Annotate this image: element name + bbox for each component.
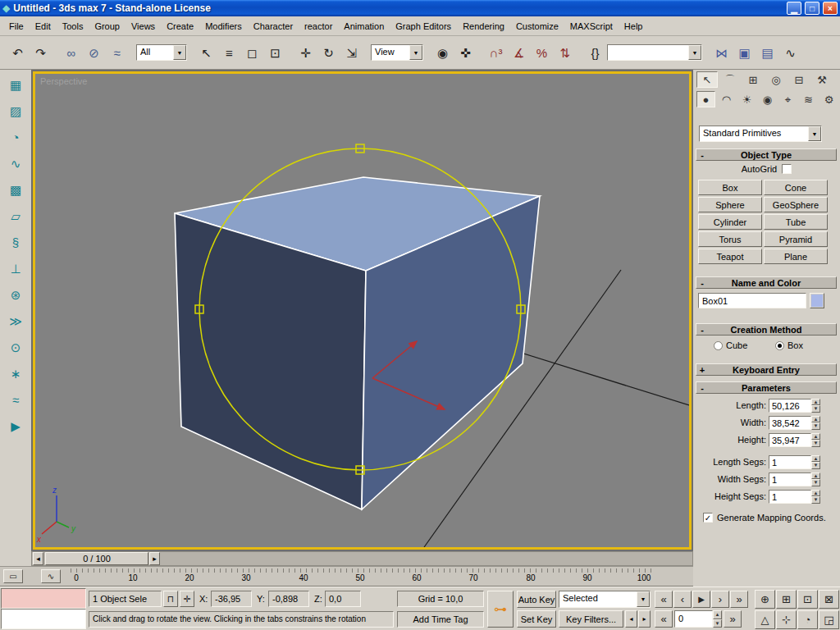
mirror-button[interactable]: ⋈ bbox=[710, 42, 733, 64]
arc-rotate-button[interactable]: ◔ bbox=[797, 610, 818, 629]
height-segs-field[interactable]: 1 bbox=[769, 490, 811, 504]
zoom-button[interactable]: ⊕ bbox=[755, 590, 775, 609]
width-segs-field[interactable]: 1 bbox=[769, 472, 811, 486]
object-type-pyramid-button[interactable]: Pyramid bbox=[764, 231, 828, 247]
length-spinner[interactable]: ▲▼ bbox=[811, 399, 820, 413]
menu-character[interactable]: Character bbox=[248, 19, 299, 34]
category-geometry[interactable]: ● bbox=[696, 91, 715, 107]
go-to-end-button[interactable]: » bbox=[730, 591, 748, 608]
redo-button[interactable]: ↷ bbox=[30, 42, 52, 64]
select-and-manipulate-button[interactable]: ✜ bbox=[454, 42, 477, 64]
object-type-plane-button[interactable]: Plane bbox=[764, 249, 828, 264]
object-type-box-button[interactable]: Box bbox=[698, 180, 762, 195]
length-segs-field[interactable]: 1 bbox=[769, 455, 811, 469]
menu-help[interactable]: Help bbox=[619, 19, 649, 34]
menu-file[interactable]: File bbox=[3, 19, 30, 34]
category-cameras[interactable]: ◉ bbox=[758, 91, 777, 107]
undo-button[interactable]: ↶ bbox=[7, 42, 29, 64]
z-coord-field[interactable]: 0,0 bbox=[325, 591, 361, 607]
object-type-geosphere-button[interactable]: GeoSphere bbox=[764, 197, 828, 212]
rollout-name-color[interactable]: - Name and Color bbox=[696, 276, 837, 289]
width-field[interactable]: 38,542 bbox=[769, 416, 811, 430]
snap-toggle-button[interactable]: ∩³ bbox=[485, 42, 507, 64]
tab-motion[interactable]: ◎ bbox=[765, 71, 787, 88]
collapse-toggle[interactable]: - bbox=[696, 150, 708, 160]
maxscript-mini-listener-macro[interactable] bbox=[1, 588, 86, 609]
reactor-spring-button[interactable]: § bbox=[4, 232, 27, 253]
next-key-button[interactable]: » bbox=[724, 610, 742, 628]
previous-frame-button[interactable]: ‹ bbox=[673, 591, 692, 608]
category-lights[interactable]: ☀ bbox=[737, 91, 756, 107]
perspective-viewport[interactable]: z x y Perspective bbox=[33, 71, 692, 550]
select-by-name-button[interactable]: ≡ bbox=[218, 42, 240, 64]
height-segs-spinner[interactable]: ▲▼ bbox=[811, 490, 820, 504]
key-mode-dropdown[interactable]: Selected ▼ bbox=[559, 591, 651, 608]
select-and-move-button[interactable]: ✛ bbox=[294, 42, 317, 64]
bind-to-space-warp-button[interactable]: ≈ bbox=[106, 42, 128, 64]
select-and-link-button[interactable]: ∞ bbox=[60, 42, 82, 64]
reactor-toy-car-button[interactable]: ⊙ bbox=[4, 337, 27, 358]
reactor-cloth-collection-button[interactable]: ▨ bbox=[4, 101, 27, 121]
maxscript-listener-toggle-button[interactable]: ▭ bbox=[3, 569, 23, 583]
menu-group[interactable]: Group bbox=[89, 19, 126, 34]
align-button[interactable]: ▣ bbox=[733, 42, 756, 64]
length-segs-spinner[interactable]: ▲▼ bbox=[811, 455, 820, 469]
selection-lock-button[interactable]: ⊓ bbox=[163, 591, 178, 607]
tab-utilities[interactable]: ⚒ bbox=[811, 71, 833, 88]
object-type-teapot-button[interactable]: Teapot bbox=[698, 249, 762, 264]
time-slider-handle[interactable]: 0 / 100 bbox=[45, 552, 148, 565]
select-and-scale-button[interactable]: ⇲ bbox=[340, 42, 363, 64]
rollout-creation-method[interactable]: - Creation Method bbox=[696, 323, 837, 336]
object-name-field[interactable]: Box01 bbox=[698, 293, 806, 308]
reference-coordsys-dropdown[interactable]: View ▼ bbox=[371, 44, 423, 61]
track-bar[interactable]: 0 10 20 30 40 50 60 70 80 90 100 bbox=[0, 566, 693, 587]
minimize-button[interactable]: ▁ bbox=[787, 2, 801, 15]
current-time-spinner[interactable]: ▲▼ bbox=[713, 610, 722, 628]
generate-mapping-coords-checkbox[interactable]: ✓ bbox=[703, 513, 713, 523]
menu-animation[interactable]: Animation bbox=[338, 19, 390, 34]
select-and-rotate-button[interactable]: ↻ bbox=[317, 42, 340, 64]
viewport-label[interactable]: Perspective bbox=[40, 76, 87, 86]
unlink-selection-button[interactable]: ⊘ bbox=[83, 42, 105, 64]
set-key-button[interactable]: Set Key bbox=[517, 610, 556, 628]
object-type-cylinder-button[interactable]: Cylinder bbox=[698, 214, 762, 230]
maxscript-mini-listener-script[interactable] bbox=[1, 609, 86, 629]
angle-snap-button[interactable]: ∡ bbox=[508, 42, 530, 64]
category-helpers[interactable]: ⌖ bbox=[778, 91, 797, 107]
time-slider[interactable]: ◂ 0 / 100 ▸ bbox=[31, 551, 693, 566]
zoom-all-button[interactable]: ⊞ bbox=[776, 590, 797, 609]
menu-reactor[interactable]: reactor bbox=[299, 19, 338, 34]
previous-key-small-button[interactable]: ◂ bbox=[625, 610, 637, 628]
collapse-toggle[interactable]: - bbox=[696, 325, 708, 335]
width-spinner[interactable]: ▲▼ bbox=[811, 416, 820, 430]
rollout-object-type[interactable]: - Object Type bbox=[696, 148, 837, 161]
maximize-button[interactable]: □ bbox=[805, 2, 819, 15]
rollout-keyboard-entry[interactable]: + Keyboard Entry bbox=[696, 363, 837, 376]
creation-method-cube-radio[interactable]: Cube bbox=[714, 340, 747, 350]
width-segs-spinner[interactable]: ▲▼ bbox=[811, 472, 820, 486]
reactor-rope-collection-button[interactable]: ∿ bbox=[4, 153, 27, 174]
primitives-category-dropdown[interactable]: Standard Primitives ▼ bbox=[699, 126, 822, 142]
tab-display[interactable]: ⊟ bbox=[788, 71, 810, 88]
current-time-field[interactable]: 0 bbox=[674, 610, 713, 628]
category-space-warps[interactable]: ≋ bbox=[799, 91, 818, 107]
curve-editor-button[interactable]: ∿ bbox=[779, 42, 801, 64]
zoom-extents-all-button[interactable]: ⊠ bbox=[819, 590, 839, 609]
reactor-motor-button[interactable]: ⊛ bbox=[4, 285, 27, 305]
y-coord-field[interactable]: -0,898 bbox=[268, 591, 309, 607]
creation-method-box-radio[interactable]: Box bbox=[775, 340, 803, 350]
category-shapes[interactable]: ◠ bbox=[717, 91, 736, 107]
tab-hierarchy[interactable]: ⊞ bbox=[742, 71, 764, 88]
pan-button[interactable]: ⊹ bbox=[776, 610, 797, 629]
menu-tools[interactable]: Tools bbox=[57, 19, 89, 34]
selection-region-button[interactable]: ◻ bbox=[241, 42, 263, 64]
collapse-toggle[interactable]: + bbox=[696, 365, 708, 375]
object-type-tube-button[interactable]: Tube bbox=[764, 214, 828, 230]
percent-snap-button[interactable]: % bbox=[531, 42, 553, 64]
absolute-offset-toggle-button[interactable]: ✛ bbox=[180, 591, 194, 607]
window-crossing-button[interactable]: ⊡ bbox=[264, 42, 286, 64]
named-selection-dropdown[interactable]: ▼ bbox=[607, 44, 702, 61]
menu-rendering[interactable]: Rendering bbox=[457, 19, 510, 34]
next-key-small-button[interactable]: ▸ bbox=[638, 610, 651, 628]
category-systems[interactable]: ⚙ bbox=[819, 91, 838, 107]
